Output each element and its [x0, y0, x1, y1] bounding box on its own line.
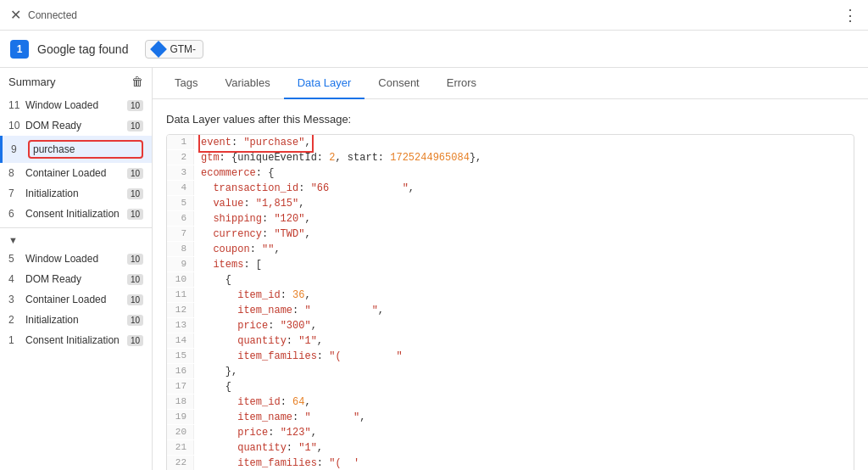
item-num: 11 — [8, 99, 22, 111]
code-line-5: 5 value: "1,815", — [167, 196, 854, 211]
line-content-12: item_name: " ", — [194, 303, 391, 318]
line-content-22: item_families: "( ' — [194, 456, 366, 470]
gtm-diamond-icon — [151, 41, 168, 58]
item-label: Consent Initialization — [25, 334, 124, 346]
code-line-12: 12 item_name: " ", — [167, 303, 854, 318]
code-line-8: 8 coupon: "", — [167, 242, 854, 257]
code-line-10: 10 { — [167, 272, 854, 288]
code-line-20: 20 price: "123", — [167, 425, 854, 440]
line-num-12: 12 — [167, 303, 194, 317]
line-content-13: price: "300", — [194, 318, 324, 333]
line-num-22: 22 — [167, 456, 194, 470]
code-line-7: 7 currency: "TWD", — [167, 227, 854, 242]
sidebar-item-initialization-7[interactable]: 7 Initialization 10 — [0, 183, 152, 204]
top-bar: ✕ Connected ⋮ — [0, 0, 868, 31]
tab-variables[interactable]: Variables — [211, 68, 283, 99]
item-num: 9 — [11, 143, 25, 155]
sidebar-item-consent-init-1[interactable]: 1 Consent Initialization 10 — [0, 330, 152, 350]
item-label: Window Loaded — [25, 99, 124, 111]
summary-section-header[interactable]: Summary 🗑 — [0, 68, 152, 95]
line-num-2: 2 — [167, 150, 194, 165]
sidebar-badge: 10 — [127, 294, 143, 305]
line-content-21: quantity: "1", — [194, 440, 330, 456]
line-content-15: item_families: "( " — [194, 349, 409, 364]
more-options-icon[interactable]: ⋮ — [843, 6, 858, 25]
code-block[interactable]: 1 event: "purchase", 2 gtm: {uniqueEvent… — [166, 134, 854, 470]
sidebar-item-container-loaded-8[interactable]: 8 Container Loaded 10 — [0, 163, 152, 183]
sidebar-badge: 10 — [127, 209, 143, 220]
item-num: 3 — [8, 294, 22, 305]
tab-data-layer[interactable]: Data Layer — [284, 68, 365, 99]
item-label: DOM Ready — [25, 120, 124, 131]
line-num-14: 14 — [167, 333, 194, 348]
line-num-16: 16 — [167, 364, 194, 378]
line-num-7: 7 — [167, 227, 194, 241]
sidebar-badge: 10 — [127, 315, 143, 326]
tab-consent[interactable]: Consent — [364, 68, 432, 99]
main-layout: Summary 🗑 11 Window Loaded 10 10 DOM Rea… — [0, 68, 868, 470]
sidebar-badge: 10 — [127, 168, 143, 179]
tab-tags[interactable]: Tags — [161, 68, 211, 99]
line-num-8: 8 — [167, 242, 194, 256]
sidebar-badge: 10 — [127, 120, 143, 131]
summary-label: Summary — [8, 76, 56, 88]
trash-icon[interactable]: 🗑 — [131, 75, 143, 88]
item-num: 4 — [8, 273, 22, 285]
tag-number-badge: 1 — [10, 40, 29, 59]
code-line-9: 9 items: [ — [167, 257, 854, 272]
line-content-18: item_id: 64, — [194, 394, 318, 410]
gtm-label: GTM- — [170, 43, 196, 55]
item-num: 10 — [8, 120, 22, 131]
line-content-19: item_name: " ", — [194, 410, 372, 425]
item-num: 6 — [8, 208, 22, 220]
gtm-badge: GTM- — [145, 40, 203, 59]
item-label: DOM Ready — [25, 273, 124, 285]
item-num: 8 — [8, 167, 22, 179]
line-num-15: 15 — [167, 349, 194, 363]
code-line-13: 13 price: "300", — [167, 318, 854, 333]
line-content-1: event: "purchase", — [194, 135, 318, 150]
line-num-4: 4 — [167, 181, 194, 195]
item-label: Initialization — [25, 314, 124, 326]
line-content-10: { — [194, 272, 238, 288]
sidebar-item-consent-init-6[interactable]: 6 Consent Initialization 10 — [0, 204, 152, 224]
code-line-21: 21 quantity: "1", — [167, 440, 854, 456]
item-label: Consent Initialization — [25, 208, 124, 220]
line-num-20: 20 — [167, 425, 194, 439]
line-num-6: 6 — [167, 211, 194, 226]
line-num-13: 13 — [167, 318, 194, 333]
sidebar-badge: 10 — [127, 335, 143, 346]
line-content-5: value: "1,815", — [194, 196, 311, 211]
line-num-5: 5 — [167, 196, 194, 210]
item-label: Initialization — [25, 187, 124, 199]
sidebar-item-purchase-9[interactable]: 9 purchase — [0, 136, 152, 163]
section-arrow-icon: ▼ — [8, 235, 18, 245]
sidebar-item-dom-ready-4[interactable]: 4 DOM Ready 10 — [0, 269, 152, 289]
section-collapse-arrow[interactable]: ▼ — [0, 232, 152, 249]
line-num-10: 10 — [167, 272, 194, 287]
line-content-11: item_id: 36, — [194, 288, 318, 303]
sidebar-item-dom-ready-10[interactable]: 10 DOM Ready 10 — [0, 115, 152, 136]
tab-errors[interactable]: Errors — [433, 68, 490, 99]
item-label: Window Loaded — [25, 253, 124, 265]
sidebar-item-window-loaded-5[interactable]: 5 Window Loaded 10 — [0, 249, 152, 269]
line-content-9: items: [ — [194, 257, 269, 272]
item-num: 1 — [8, 334, 22, 346]
item-num: 5 — [8, 253, 22, 265]
item-num: 2 — [8, 314, 22, 326]
sidebar: Summary 🗑 11 Window Loaded 10 10 DOM Rea… — [0, 68, 153, 470]
sidebar-item-initialization-2[interactable]: 2 Initialization 10 — [0, 310, 152, 330]
connected-label: Connected — [28, 9, 77, 21]
sidebar-item-container-loaded-3[interactable]: 3 Container Loaded 10 — [0, 289, 152, 310]
item-label: Container Loaded — [25, 294, 124, 305]
sidebar-item-window-loaded-11[interactable]: 11 Window Loaded 10 — [0, 95, 152, 115]
tag-name: Google tag found — [37, 42, 128, 56]
line-content-16: }, — [194, 364, 244, 379]
code-line-2: 2 gtm: {uniqueEventId: 2, start: 1725244… — [167, 150, 854, 165]
tabs-bar: Tags Variables Data Layer Consent Errors — [153, 68, 868, 99]
close-icon[interactable]: ✕ — [10, 7, 21, 23]
item-label: Container Loaded — [25, 167, 124, 179]
line-content-20: price: "123", — [194, 425, 324, 440]
item-label-purchase: purchase — [28, 140, 143, 159]
line-num-18: 18 — [167, 394, 194, 409]
